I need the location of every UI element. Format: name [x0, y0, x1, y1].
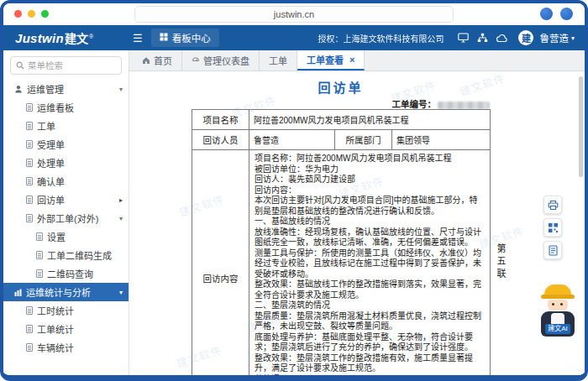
- document-icon: [26, 306, 33, 315]
- table-row: 项目名称 阿拉善200MW风力发电项目风机吊装工程: [192, 110, 491, 130]
- brand-badge[interactable]: 建: [518, 30, 533, 45]
- sidebar-item-label: 确认单: [37, 175, 65, 188]
- document-icon: [36, 251, 43, 259]
- redacted-order-number: [438, 102, 490, 109]
- tab-dashboard[interactable]: 管理仪表盘: [182, 50, 260, 70]
- sidebar-item-shezhi[interactable]: 设置: [3, 227, 129, 246]
- logo-text-cn: 建文: [65, 29, 88, 46]
- sidebar-item-shoulidan[interactable]: 受理单: [3, 135, 129, 154]
- tab-label: 首页: [154, 54, 172, 67]
- sidebar-item-gongdan-qrcode-gen[interactable]: 工单二维码生成: [3, 246, 129, 264]
- visitor-value: 鲁营造: [249, 130, 335, 150]
- sidebar: 运维管理 ▾ 运维看板 工单 受理单 处理单: [3, 50, 129, 375]
- cloud-icon[interactable]: [496, 34, 508, 43]
- tab-home[interactable]: 首页: [133, 50, 182, 70]
- tab-label: 工单: [269, 54, 287, 67]
- close-window-button[interactable]: [14, 10, 22, 18]
- tab-bar: 首页 管理仪表盘 工单 工单查看 ×: [129, 50, 585, 71]
- tab-label: 管理仪表盘: [203, 54, 249, 67]
- sidebar-item-label: 受理单: [37, 138, 65, 151]
- sidebar-item-waibu-gongdan[interactable]: 外部工单(对外) ▾: [3, 209, 129, 227]
- document-icon: [36, 269, 43, 278]
- document-icon: [26, 177, 33, 185]
- sidebar-item-gongshi-tongji[interactable]: 工时统计: [3, 301, 129, 320]
- sidebar-menu: 运维管理 ▾ 运维看板 工单 受理单 处理单: [3, 80, 129, 357]
- sidebar-item-label: 外部工单(对外): [37, 211, 98, 225]
- sidebar-item-qrcode-query[interactable]: 二维码查询: [3, 264, 129, 283]
- user-menu[interactable]: 鲁营造 ▾: [539, 31, 575, 44]
- visit-content-label: 回访内容: [192, 150, 249, 376]
- document-icon: [26, 140, 33, 149]
- sidebar-item-label: 设置: [47, 230, 66, 243]
- titlebar-actions: [540, 8, 573, 20]
- document-viewport: 建文软件 建文软件 建文软件 建文软件 建文软件 建文软件 建文软件 建文软件 …: [129, 71, 585, 375]
- document-icon: [36, 232, 43, 241]
- dashboard-icon: [192, 56, 200, 65]
- sidebar-item-label: 工时统计: [37, 304, 74, 317]
- visitor-label: 回访人员: [192, 130, 249, 150]
- menu-search-input[interactable]: [28, 60, 116, 70]
- ai-assistant-mascot[interactable]: 建文AI: [538, 284, 578, 337]
- sidebar-item-label: 回访单: [37, 193, 65, 206]
- print-button[interactable]: [543, 196, 562, 214]
- sidebar-item-chulidan[interactable]: 处理单: [3, 154, 129, 172]
- justwin-logo: Justwin 建文 ®: [3, 29, 128, 46]
- document-icon: [26, 159, 33, 167]
- sidebar-item-gongdan[interactable]: 工单: [3, 117, 129, 135]
- tab-label: 工单查看: [307, 53, 344, 66]
- chevron-down-icon: ▾: [119, 289, 123, 296]
- sidebar-item-gongdan-tongji[interactable]: 工单统计: [3, 320, 129, 338]
- mascot-label: 建文AI: [545, 324, 570, 334]
- form-button[interactable]: [543, 241, 562, 259]
- project-name-label: 项目名称: [192, 110, 249, 130]
- mascot-body: 建文AI: [541, 311, 575, 337]
- sidebar-item-yunwei-kanban[interactable]: 运维看板: [3, 98, 129, 117]
- sidebar-item-label: 车辆统计: [37, 341, 74, 354]
- floating-actions: [543, 196, 562, 259]
- app-header: Justwin 建文 ® ☰ 看板中心 授权：上海建文软件科技有限公司 建 鲁营…: [3, 25, 585, 50]
- sidebar-item-label: 运维统计与分析: [26, 285, 91, 299]
- zoom-window-button[interactable]: [41, 10, 49, 18]
- address-bar[interactable]: justwin.cn: [134, 6, 454, 23]
- search-icon: [16, 58, 24, 73]
- sidebar-item-label: 处理单: [37, 156, 65, 170]
- chevron-down-icon: ▾: [119, 215, 123, 222]
- qrcode-button[interactable]: [543, 218, 562, 237]
- menu-search-box[interactable]: [10, 56, 122, 75]
- minimize-window-button[interactable]: [28, 10, 35, 18]
- sidebar-item-label: 工单二维码生成: [47, 248, 112, 262]
- document-icon: [26, 122, 33, 130]
- chevron-down-icon: ▾: [571, 34, 575, 42]
- table-row: 回访人员 鲁营造 所属部门 集团领导: [192, 130, 491, 150]
- hamburger-menu-icon[interactable]: ☰: [133, 32, 143, 44]
- sidebar-item-querendan[interactable]: 确认单: [3, 172, 129, 190]
- sidebar-item-cheliang-tongji[interactable]: 车辆统计: [3, 338, 129, 357]
- home-icon: [142, 56, 150, 65]
- kanban-center-tab[interactable]: 看板中心: [151, 29, 219, 47]
- titlebar-action-button-1[interactable]: [540, 8, 553, 20]
- sidebar-item-label: 运维管理: [27, 82, 64, 96]
- sidebar-item-label: 工单统计: [37, 322, 74, 336]
- project-name-value: 阿拉善200MW风力发电项目风机吊装工程: [249, 110, 491, 130]
- table-row: 回访内容 项目名称：阿拉善200MW风力发电项目风机吊装工程 被回访单位：华为电…: [192, 150, 491, 376]
- vertical-scrollbar[interactable]: [579, 76, 583, 177]
- app-window: justwin.cn Justwin 建文 ® ☰ 看板中心 授权：上海建文软件…: [0, 0, 588, 381]
- monitor-icon[interactable]: [458, 33, 469, 43]
- document-icon: [26, 214, 33, 222]
- sidebar-item-label: 工单: [37, 119, 55, 133]
- titlebar-action-button-2[interactable]: [560, 8, 573, 20]
- sidebar-item-stats-analysis[interactable]: 运维统计与分析 ▾: [3, 283, 129, 301]
- copy-number-label: 第五联: [494, 243, 507, 281]
- close-icon[interactable]: ×: [349, 55, 354, 65]
- org-chart-icon[interactable]: [477, 33, 488, 43]
- tab-gongdan[interactable]: 工单: [260, 50, 297, 70]
- chevron-down-icon: ▾: [119, 86, 123, 93]
- titlebar: justwin.cn: [3, 3, 585, 25]
- sidebar-item-huifangdan[interactable]: 回访单 ▸: [3, 190, 129, 209]
- department-value: 集团领导: [392, 130, 491, 150]
- order-number-row: 工单编号：: [192, 97, 490, 110]
- document-icon: [26, 103, 33, 112]
- bar-chart-icon: [14, 289, 22, 296]
- tab-gongdan-view[interactable]: 工单查看 ×: [297, 50, 365, 70]
- sidebar-item-yunwei-guanli[interactable]: 运维管理 ▾: [3, 80, 129, 98]
